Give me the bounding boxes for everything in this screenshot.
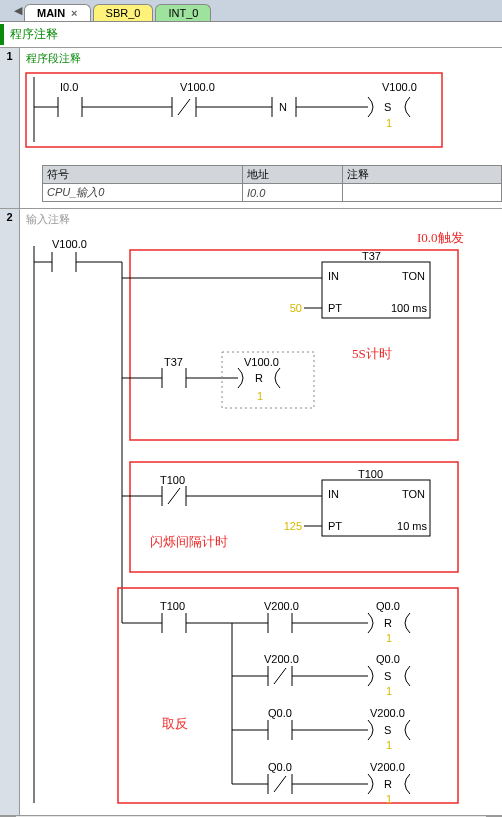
tab-sbr0[interactable]: SBR_0 xyxy=(93,4,154,21)
coil-op: S xyxy=(384,101,391,113)
svg-text:取反: 取反 xyxy=(162,716,188,731)
svg-text:闪烁间隔计时: 闪烁间隔计时 xyxy=(150,534,228,549)
coil-count: 1 xyxy=(386,117,392,129)
svg-text:125: 125 xyxy=(284,520,302,532)
svg-text:T100: T100 xyxy=(160,600,185,612)
svg-text:R: R xyxy=(255,372,263,384)
edge-label: N xyxy=(279,101,287,113)
svg-text:Q0.0: Q0.0 xyxy=(376,653,400,665)
svg-text:10 ms: 10 ms xyxy=(397,520,427,532)
tab-int0[interactable]: INT_0 xyxy=(155,4,211,21)
network-2: 2 输入注释 I0.0触发 V100.0 5S计时 T37 xyxy=(0,208,502,815)
tab-label: SBR_0 xyxy=(106,7,141,19)
tab-main[interactable]: MAIN× xyxy=(24,4,91,21)
symtab-addr: I0.0 xyxy=(243,184,343,202)
contact-label: I0.0 xyxy=(60,81,78,93)
svg-text:V200.0: V200.0 xyxy=(370,707,405,719)
segment-comment[interactable]: 输入注释 xyxy=(22,211,500,228)
svg-text:1: 1 xyxy=(386,739,392,751)
network-number: 1 xyxy=(0,48,20,208)
svg-text:T100: T100 xyxy=(358,468,383,480)
svg-text:PT: PT xyxy=(328,520,342,532)
tab-scroll-left[interactable]: ◀ xyxy=(12,0,24,21)
svg-text:Q0.0: Q0.0 xyxy=(376,600,400,612)
svg-text:V200.0: V200.0 xyxy=(370,761,405,773)
symtab-h2: 地址 xyxy=(243,166,343,184)
svg-line-78 xyxy=(274,668,286,684)
network-1: 1 程序段注释 I0.0 V100.0 V100.0 N xyxy=(0,47,502,208)
svg-text:T37: T37 xyxy=(362,250,381,262)
svg-text:S: S xyxy=(384,724,391,736)
svg-text:Q0.0: Q0.0 xyxy=(268,761,292,773)
close-icon[interactable]: × xyxy=(71,7,77,19)
svg-rect-0 xyxy=(26,73,442,147)
svg-text:R: R xyxy=(384,617,392,629)
ladder-rung-1: I0.0 V100.0 V100.0 N S 1 xyxy=(22,67,500,157)
svg-text:T37: T37 xyxy=(164,356,183,368)
svg-text:1: 1 xyxy=(386,632,392,644)
tab-label: MAIN xyxy=(37,7,65,19)
svg-line-95 xyxy=(274,776,286,792)
svg-text:TON: TON xyxy=(402,488,425,500)
tab-bar: ◀ MAIN× SBR_0 INT_0 xyxy=(0,0,502,22)
svg-text:PT: PT xyxy=(328,302,342,314)
program-comment: 程序注释 xyxy=(0,24,502,45)
svg-text:V200.0: V200.0 xyxy=(264,653,299,665)
svg-text:TON: TON xyxy=(402,270,425,282)
segment-comment[interactable]: 程序段注释 xyxy=(22,50,502,67)
svg-text:S: S xyxy=(384,670,391,682)
symtab-cmt xyxy=(343,184,502,202)
svg-text:1: 1 xyxy=(257,390,263,402)
svg-text:R: R xyxy=(384,778,392,790)
symbol-table: 符号 地址 注释 CPU_输入0 I0.0 xyxy=(42,165,502,202)
svg-text:Q0.0: Q0.0 xyxy=(268,707,292,719)
symtab-h1: 符号 xyxy=(43,166,243,184)
symtab-h3: 注释 xyxy=(343,166,502,184)
network-number: 2 xyxy=(0,209,20,815)
coil-label: V100.0 xyxy=(382,81,417,93)
contact-label: V100.0 xyxy=(180,81,215,93)
svg-text:1: 1 xyxy=(386,793,392,805)
svg-text:5S计时: 5S计时 xyxy=(352,346,392,361)
svg-line-8 xyxy=(178,99,190,115)
svg-text:50: 50 xyxy=(290,302,302,314)
svg-text:100 ms: 100 ms xyxy=(391,302,428,314)
ladder-rung-2: I0.0触发 V100.0 5S计时 T37 IN TON 50 PT 10 xyxy=(22,228,500,813)
svg-text:V100.0: V100.0 xyxy=(52,238,87,250)
svg-text:V100.0: V100.0 xyxy=(244,356,279,368)
symtab-sym: CPU_输入0 xyxy=(43,184,243,202)
svg-text:V200.0: V200.0 xyxy=(264,600,299,612)
svg-text:1: 1 xyxy=(386,685,392,697)
svg-text:T100: T100 xyxy=(160,474,185,486)
svg-text:IN: IN xyxy=(328,270,339,282)
tab-label: INT_0 xyxy=(168,7,198,19)
callout-text: I0.0触发 xyxy=(417,230,464,245)
svg-text:IN: IN xyxy=(328,488,339,500)
svg-line-48 xyxy=(168,488,180,504)
